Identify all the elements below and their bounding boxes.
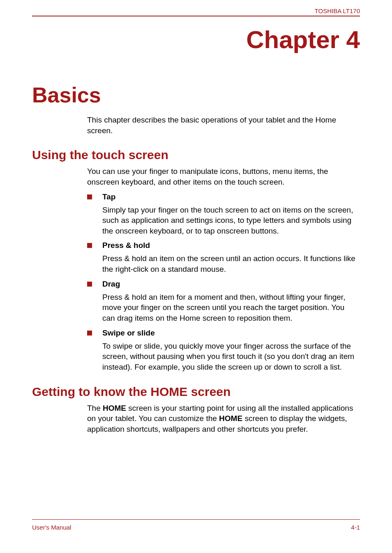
square-bullet-icon	[87, 282, 92, 287]
home-text-1: The	[87, 404, 103, 412]
section-touch-intro: You can use your finger to manipulate ic…	[87, 166, 360, 187]
footer-page-number: 4-1	[351, 524, 360, 531]
footer-left: User's Manual	[32, 524, 71, 531]
bullet-body-press-hold: Press & hold an item on the screen until…	[102, 253, 360, 274]
square-bullet-icon	[87, 331, 92, 336]
section-touch-heading: Using the touch screen	[32, 148, 360, 162]
header-rule: TOSHIBA LT170	[32, 16, 360, 16]
home-bold-1: HOME	[103, 404, 126, 412]
header-model-label: TOSHIBA LT170	[315, 7, 360, 14]
bullet-item-drag: Drag	[87, 280, 360, 289]
home-bold-2: HOME	[219, 414, 242, 423]
square-bullet-icon	[87, 243, 92, 248]
chapter-heading: Basics	[32, 83, 360, 107]
bullet-body-tap: Simply tap your finger on the touch scre…	[102, 205, 360, 236]
section-home-paragraph: The HOME screen is your starting point f…	[87, 403, 360, 435]
page-content: TOSHIBA LT170 Chapter 4 Basics This chap…	[0, 0, 392, 553]
section-home-heading: Getting to know the HOME screen	[32, 385, 360, 399]
chapter-intro: This chapter describes the basic operati…	[87, 115, 360, 136]
page-footer: User's Manual 4-1	[32, 519, 360, 531]
chapter-title: Chapter 4	[32, 25, 360, 54]
bullet-label-drag: Drag	[102, 280, 120, 289]
bullet-label-tap: Tap	[102, 192, 115, 201]
bullet-item-press-hold: Press & hold	[87, 241, 360, 250]
bullet-label-press-hold: Press & hold	[102, 241, 150, 250]
bullet-item-swipe: Swipe or slide	[87, 329, 360, 338]
bullet-label-swipe: Swipe or slide	[102, 329, 155, 338]
bullet-body-drag: Press & hold an item for a moment and th…	[102, 292, 360, 324]
square-bullet-icon	[87, 194, 92, 199]
bullet-body-swipe: To swipe or slide, you quickly move your…	[102, 341, 360, 373]
bullet-item-tap: Tap	[87, 192, 360, 201]
